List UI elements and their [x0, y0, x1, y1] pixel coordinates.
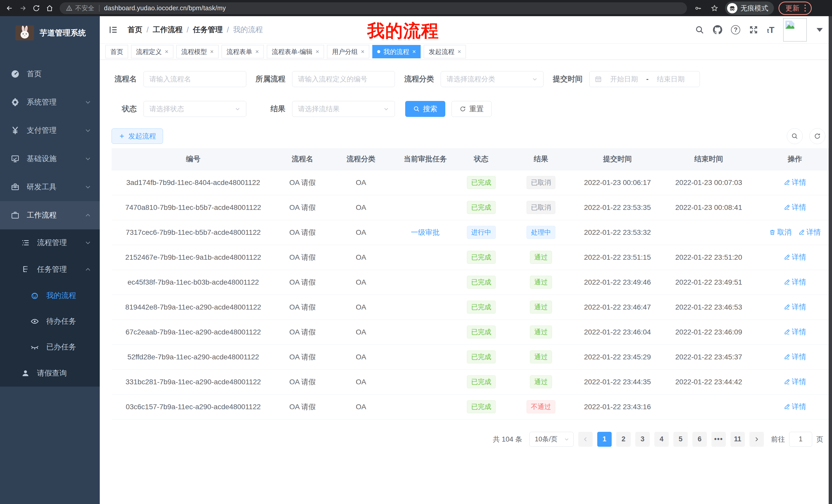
placeholder-text: 请选择流程分类	[447, 75, 495, 84]
browser-reload-button[interactable]	[30, 2, 42, 14]
sidebar-item-10[interactable]: 已办任务	[0, 334, 100, 360]
status-badge-cell: 已完成	[459, 394, 504, 419]
tab-1[interactable]: 流程定义×	[131, 45, 173, 58]
sidebar-item-1[interactable]: 系统管理	[0, 88, 100, 116]
reset-button[interactable]: 重置	[451, 101, 492, 117]
page-button-6[interactable]: 6	[693, 432, 707, 447]
page-jump-input[interactable]	[789, 432, 812, 447]
sidebar-item-8[interactable]: 我的流程	[0, 283, 100, 309]
more-pages-button[interactable]: •••	[711, 432, 726, 447]
close-icon[interactable]: ×	[165, 49, 168, 55]
sidebar-item-3[interactable]: 基础设施	[0, 145, 100, 173]
avatar[interactable]	[783, 18, 807, 41]
page-button-5[interactable]: 5	[673, 432, 688, 447]
cancel-action[interactable]: 取消	[769, 227, 791, 237]
close-icon[interactable]: ×	[315, 49, 319, 55]
result-badge: 已取消	[526, 201, 555, 214]
page-button-1[interactable]: 1	[597, 432, 612, 447]
browser-forward-button[interactable]	[17, 2, 29, 14]
detail-action[interactable]: 详情	[784, 377, 806, 387]
filter-process-name: 流程名 请输入流程名	[111, 71, 246, 87]
close-icon[interactable]: ×	[210, 49, 214, 55]
tab-3[interactable]: 流程表单×	[222, 45, 264, 58]
tab-2[interactable]: 流程模型×	[176, 45, 218, 58]
sidebar-item-6[interactable]: 流程管理	[0, 229, 100, 256]
result-select[interactable]: 请选择流结果	[292, 101, 395, 117]
status-badge: 已完成	[467, 400, 496, 414]
sidebar-item-2[interactable]: 支付管理	[0, 116, 100, 145]
detail-action[interactable]: 详情	[784, 202, 806, 212]
close-icon[interactable]: ×	[255, 49, 259, 55]
page-size-select[interactable]: 10条/页	[529, 432, 574, 447]
process-category-select[interactable]: 请选择流程分类	[441, 71, 544, 87]
detail-action[interactable]: 详情	[784, 327, 806, 337]
tab-4[interactable]: 流程表单-编辑×	[267, 45, 324, 58]
help-button[interactable]: ?	[731, 25, 740, 34]
sidebar-item-9[interactable]: 待办任务	[0, 309, 100, 334]
browser-scrollbar[interactable]	[829, 16, 832, 504]
breadcrumb-home[interactable]: 首页	[128, 25, 142, 35]
detail-action[interactable]: 详情	[784, 277, 806, 287]
page-button-11[interactable]: 11	[730, 432, 745, 447]
submit-time-range-picker[interactable]: 开始日期 - 结束日期	[589, 71, 700, 87]
edit-icon	[784, 354, 790, 360]
reload-icon	[32, 4, 40, 12]
refresh-table-button[interactable]	[809, 128, 825, 144]
logo-row[interactable]: 芋道管理系统	[0, 16, 100, 50]
process-name-input[interactable]: 请输入流程名	[144, 71, 246, 87]
detail-action[interactable]: 详情	[784, 252, 806, 262]
detail-action[interactable]: 详情	[784, 352, 806, 362]
sidebar-item-7[interactable]: 任务管理	[0, 256, 100, 283]
process-definition-input[interactable]: 请输入流程定义的编号	[292, 71, 395, 87]
breadcrumb-workflow[interactable]: 工作流程	[153, 25, 183, 35]
next-page-button[interactable]	[750, 432, 764, 447]
avatar-dropdown-icon[interactable]	[816, 28, 823, 32]
detail-action[interactable]: 详情	[798, 227, 821, 237]
prev-page-button[interactable]	[578, 432, 593, 447]
header-search-button[interactable]	[695, 25, 704, 34]
browser-menu-icon[interactable]	[803, 4, 807, 12]
page-button-3[interactable]: 3	[635, 432, 650, 447]
table-row: 3ad174fb-7b9d-11ec-8404-acde48001122OA 请…	[111, 170, 829, 195]
url-separator	[99, 5, 100, 11]
tab-label: 首页	[110, 48, 123, 56]
sidebar-item-0[interactable]: 首页	[0, 60, 100, 88]
sidebar-item-5[interactable]: 工作流程	[0, 201, 100, 229]
browser-update-button[interactable]: 更新	[779, 2, 812, 15]
end-date-placeholder[interactable]: 结束日期	[657, 75, 685, 84]
sidebar-item-4[interactable]: 研发工具	[0, 173, 100, 201]
breadcrumb-task[interactable]: 任务管理	[193, 25, 223, 35]
page-button-4[interactable]: 4	[654, 432, 669, 447]
current-task-link[interactable]: 一级审批	[411, 228, 440, 236]
detail-action[interactable]: 详情	[784, 302, 806, 312]
status-select[interactable]: 请选择状态	[144, 101, 246, 117]
fullscreen-button[interactable]	[749, 25, 758, 34]
security-warning[interactable]: 不安全	[66, 4, 94, 12]
tab-5[interactable]: 用户分组×	[327, 45, 369, 58]
action-label: 详情	[792, 352, 806, 362]
incognito-badge[interactable]: 无痕模式	[725, 2, 774, 15]
font-size-button[interactable]: tT	[767, 25, 774, 34]
github-link-button[interactable]	[713, 25, 722, 34]
close-icon[interactable]: ×	[458, 49, 461, 55]
tab-0[interactable]: 首页	[105, 45, 128, 58]
close-icon[interactable]: ×	[361, 49, 364, 55]
start-process-button[interactable]: 发起流程	[111, 129, 163, 144]
browser-back-button[interactable]	[4, 2, 16, 14]
page-button-2[interactable]: 2	[616, 432, 631, 447]
toggle-search-button[interactable]	[787, 128, 803, 144]
start-date-placeholder[interactable]: 开始日期	[610, 75, 638, 84]
tab-7[interactable]: 发起流程×	[424, 45, 466, 58]
sidebar-item-11[interactable]: 请假查询	[0, 360, 100, 387]
tab-6[interactable]: 我的流程×	[372, 45, 421, 58]
detail-action[interactable]: 详情	[784, 177, 806, 187]
close-icon[interactable]: ×	[412, 49, 416, 55]
browser-home-button[interactable]	[44, 2, 55, 14]
bookmark-star-button[interactable]	[709, 2, 721, 14]
url-text[interactable]: dashboard.yudao.iocoder.cn/bpm/task/my	[104, 4, 226, 12]
password-key-button[interactable]	[692, 2, 704, 14]
detail-action[interactable]: 详情	[784, 402, 806, 412]
sidebar-collapse-button[interactable]	[108, 25, 118, 35]
address-bar[interactable]: 不安全 dashboard.yudao.iocoder.cn/bpm/task/…	[60, 2, 687, 14]
search-button[interactable]: 搜索	[405, 101, 445, 117]
